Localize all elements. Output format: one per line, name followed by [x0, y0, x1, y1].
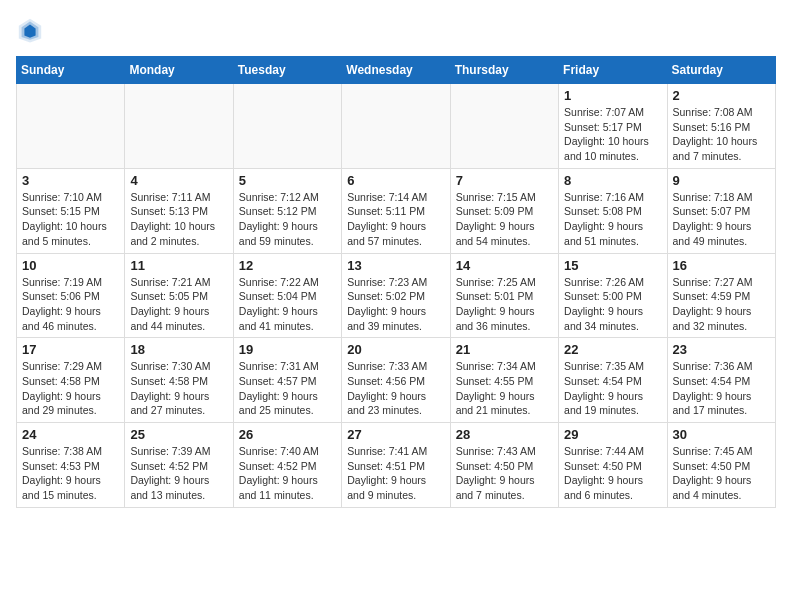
day-number: 14: [456, 258, 553, 273]
day-number: 22: [564, 342, 661, 357]
day-number: 20: [347, 342, 444, 357]
day-info: Sunrise: 7:25 AM Sunset: 5:01 PM Dayligh…: [456, 275, 553, 334]
calendar-day-cell: 24Sunrise: 7:38 AM Sunset: 4:53 PM Dayli…: [17, 423, 125, 508]
day-number: 7: [456, 173, 553, 188]
day-number: 17: [22, 342, 119, 357]
calendar-week-row: 24Sunrise: 7:38 AM Sunset: 4:53 PM Dayli…: [17, 423, 776, 508]
day-info: Sunrise: 7:08 AM Sunset: 5:16 PM Dayligh…: [673, 105, 770, 164]
day-number: 13: [347, 258, 444, 273]
day-info: Sunrise: 7:40 AM Sunset: 4:52 PM Dayligh…: [239, 444, 336, 503]
day-number: 8: [564, 173, 661, 188]
calendar-day-cell: 28Sunrise: 7:43 AM Sunset: 4:50 PM Dayli…: [450, 423, 558, 508]
calendar-col-header: Saturday: [667, 57, 775, 84]
day-number: 11: [130, 258, 227, 273]
day-info: Sunrise: 7:33 AM Sunset: 4:56 PM Dayligh…: [347, 359, 444, 418]
day-number: 19: [239, 342, 336, 357]
calendar-day-cell: 26Sunrise: 7:40 AM Sunset: 4:52 PM Dayli…: [233, 423, 341, 508]
calendar-day-cell: 7Sunrise: 7:15 AM Sunset: 5:09 PM Daylig…: [450, 168, 558, 253]
calendar-day-cell: 10Sunrise: 7:19 AM Sunset: 5:06 PM Dayli…: [17, 253, 125, 338]
page-header: [16, 16, 776, 44]
day-number: 16: [673, 258, 770, 273]
day-info: Sunrise: 7:11 AM Sunset: 5:13 PM Dayligh…: [130, 190, 227, 249]
day-info: Sunrise: 7:45 AM Sunset: 4:50 PM Dayligh…: [673, 444, 770, 503]
calendar-day-cell: 6Sunrise: 7:14 AM Sunset: 5:11 PM Daylig…: [342, 168, 450, 253]
calendar-day-cell: 30Sunrise: 7:45 AM Sunset: 4:50 PM Dayli…: [667, 423, 775, 508]
calendar-col-header: Thursday: [450, 57, 558, 84]
day-info: Sunrise: 7:39 AM Sunset: 4:52 PM Dayligh…: [130, 444, 227, 503]
day-info: Sunrise: 7:35 AM Sunset: 4:54 PM Dayligh…: [564, 359, 661, 418]
calendar-day-cell: 15Sunrise: 7:26 AM Sunset: 5:00 PM Dayli…: [559, 253, 667, 338]
calendar-week-row: 10Sunrise: 7:19 AM Sunset: 5:06 PM Dayli…: [17, 253, 776, 338]
day-number: 21: [456, 342, 553, 357]
day-number: 27: [347, 427, 444, 442]
calendar-day-cell: 2Sunrise: 7:08 AM Sunset: 5:16 PM Daylig…: [667, 84, 775, 169]
calendar-day-cell: 27Sunrise: 7:41 AM Sunset: 4:51 PM Dayli…: [342, 423, 450, 508]
day-info: Sunrise: 7:27 AM Sunset: 4:59 PM Dayligh…: [673, 275, 770, 334]
day-number: 10: [22, 258, 119, 273]
calendar-col-header: Sunday: [17, 57, 125, 84]
day-number: 3: [22, 173, 119, 188]
day-number: 23: [673, 342, 770, 357]
day-number: 28: [456, 427, 553, 442]
day-info: Sunrise: 7:10 AM Sunset: 5:15 PM Dayligh…: [22, 190, 119, 249]
day-number: 5: [239, 173, 336, 188]
calendar-table: SundayMondayTuesdayWednesdayThursdayFrid…: [16, 56, 776, 508]
day-info: Sunrise: 7:18 AM Sunset: 5:07 PM Dayligh…: [673, 190, 770, 249]
calendar-day-cell: [17, 84, 125, 169]
day-info: Sunrise: 7:15 AM Sunset: 5:09 PM Dayligh…: [456, 190, 553, 249]
day-info: Sunrise: 7:21 AM Sunset: 5:05 PM Dayligh…: [130, 275, 227, 334]
day-number: 15: [564, 258, 661, 273]
logo-icon: [16, 16, 44, 44]
calendar-col-header: Tuesday: [233, 57, 341, 84]
day-info: Sunrise: 7:31 AM Sunset: 4:57 PM Dayligh…: [239, 359, 336, 418]
day-info: Sunrise: 7:44 AM Sunset: 4:50 PM Dayligh…: [564, 444, 661, 503]
calendar-day-cell: 16Sunrise: 7:27 AM Sunset: 4:59 PM Dayli…: [667, 253, 775, 338]
day-info: Sunrise: 7:19 AM Sunset: 5:06 PM Dayligh…: [22, 275, 119, 334]
calendar-day-cell: 29Sunrise: 7:44 AM Sunset: 4:50 PM Dayli…: [559, 423, 667, 508]
calendar-day-cell: 1Sunrise: 7:07 AM Sunset: 5:17 PM Daylig…: [559, 84, 667, 169]
calendar-day-cell: 19Sunrise: 7:31 AM Sunset: 4:57 PM Dayli…: [233, 338, 341, 423]
day-number: 9: [673, 173, 770, 188]
day-info: Sunrise: 7:22 AM Sunset: 5:04 PM Dayligh…: [239, 275, 336, 334]
calendar-day-cell: 12Sunrise: 7:22 AM Sunset: 5:04 PM Dayli…: [233, 253, 341, 338]
day-info: Sunrise: 7:14 AM Sunset: 5:11 PM Dayligh…: [347, 190, 444, 249]
day-info: Sunrise: 7:12 AM Sunset: 5:12 PM Dayligh…: [239, 190, 336, 249]
calendar-day-cell: [233, 84, 341, 169]
day-info: Sunrise: 7:16 AM Sunset: 5:08 PM Dayligh…: [564, 190, 661, 249]
calendar-day-cell: 13Sunrise: 7:23 AM Sunset: 5:02 PM Dayli…: [342, 253, 450, 338]
calendar-col-header: Wednesday: [342, 57, 450, 84]
day-info: Sunrise: 7:36 AM Sunset: 4:54 PM Dayligh…: [673, 359, 770, 418]
day-number: 12: [239, 258, 336, 273]
calendar-col-header: Monday: [125, 57, 233, 84]
logo: [16, 16, 48, 44]
day-info: Sunrise: 7:23 AM Sunset: 5:02 PM Dayligh…: [347, 275, 444, 334]
calendar-week-row: 1Sunrise: 7:07 AM Sunset: 5:17 PM Daylig…: [17, 84, 776, 169]
calendar-header-row: SundayMondayTuesdayWednesdayThursdayFrid…: [17, 57, 776, 84]
day-number: 4: [130, 173, 227, 188]
day-number: 30: [673, 427, 770, 442]
calendar-day-cell: 18Sunrise: 7:30 AM Sunset: 4:58 PM Dayli…: [125, 338, 233, 423]
calendar-col-header: Friday: [559, 57, 667, 84]
day-number: 25: [130, 427, 227, 442]
day-info: Sunrise: 7:43 AM Sunset: 4:50 PM Dayligh…: [456, 444, 553, 503]
day-info: Sunrise: 7:30 AM Sunset: 4:58 PM Dayligh…: [130, 359, 227, 418]
day-number: 26: [239, 427, 336, 442]
day-number: 6: [347, 173, 444, 188]
calendar-week-row: 3Sunrise: 7:10 AM Sunset: 5:15 PM Daylig…: [17, 168, 776, 253]
calendar-day-cell: 11Sunrise: 7:21 AM Sunset: 5:05 PM Dayli…: [125, 253, 233, 338]
calendar-day-cell: 4Sunrise: 7:11 AM Sunset: 5:13 PM Daylig…: [125, 168, 233, 253]
calendar-day-cell: [342, 84, 450, 169]
calendar-day-cell: 23Sunrise: 7:36 AM Sunset: 4:54 PM Dayli…: [667, 338, 775, 423]
calendar-day-cell: 14Sunrise: 7:25 AM Sunset: 5:01 PM Dayli…: [450, 253, 558, 338]
day-info: Sunrise: 7:41 AM Sunset: 4:51 PM Dayligh…: [347, 444, 444, 503]
calendar-day-cell: 5Sunrise: 7:12 AM Sunset: 5:12 PM Daylig…: [233, 168, 341, 253]
day-info: Sunrise: 7:29 AM Sunset: 4:58 PM Dayligh…: [22, 359, 119, 418]
day-number: 18: [130, 342, 227, 357]
day-number: 24: [22, 427, 119, 442]
calendar-day-cell: 8Sunrise: 7:16 AM Sunset: 5:08 PM Daylig…: [559, 168, 667, 253]
day-info: Sunrise: 7:34 AM Sunset: 4:55 PM Dayligh…: [456, 359, 553, 418]
day-info: Sunrise: 7:07 AM Sunset: 5:17 PM Dayligh…: [564, 105, 661, 164]
calendar-day-cell: 9Sunrise: 7:18 AM Sunset: 5:07 PM Daylig…: [667, 168, 775, 253]
calendar-day-cell: [125, 84, 233, 169]
calendar-week-row: 17Sunrise: 7:29 AM Sunset: 4:58 PM Dayli…: [17, 338, 776, 423]
